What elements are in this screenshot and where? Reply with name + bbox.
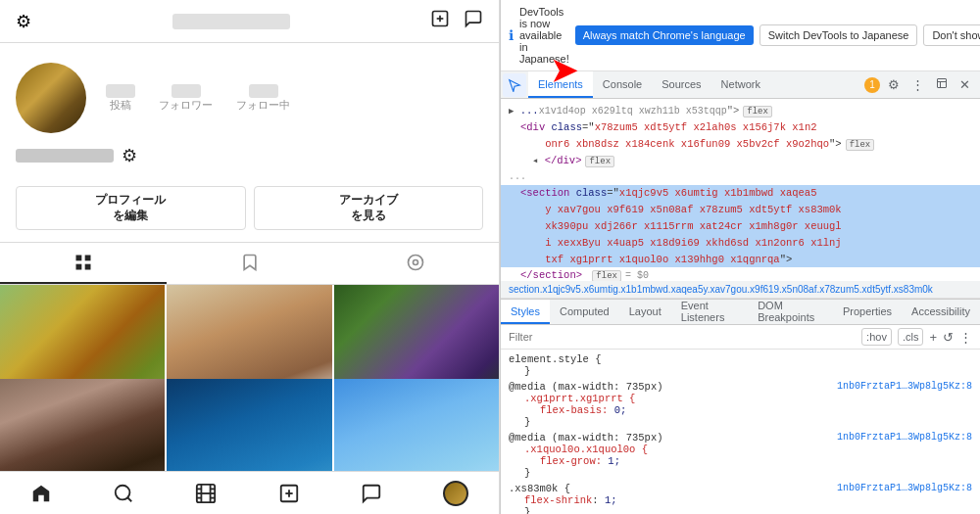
nav-add[interactable] [278, 483, 300, 504]
ig-display-name [16, 149, 114, 163]
filter-pseudo-button[interactable]: :hov [861, 328, 892, 346]
ig-topbar: ⚙ [0, 0, 499, 43]
styles-tab-dom-breakpoints[interactable]: DOM Breakpoints [748, 300, 833, 324]
tab-sources[interactable]: Sources [652, 71, 710, 98]
warning-badge: 1 [864, 77, 880, 93]
add-post-icon[interactable] [430, 9, 450, 33]
tab-tagged[interactable] [332, 243, 499, 284]
rule-xs83m0k: .xs83m0k { 1nb0FrztaP1…3Wp8lg5Kz:8 flex-… [501, 481, 980, 514]
breadcrumb[interactable]: section.x1qjc9v5.x6umtig.x1b1mbwd.xaqea5… [501, 281, 980, 299]
rule-element-style: element.style { } [501, 351, 980, 379]
filter-cls-button[interactable]: .cls [898, 328, 924, 346]
refresh-button[interactable]: ↺ [943, 330, 954, 345]
html-tree: ▶ ...x1v1d4op x629ltq xwzh11b x53tqqp">f… [501, 99, 980, 281]
svg-point-11 [409, 256, 423, 270]
ig-profile: 投稿 フォロワー フォロー中 [0, 43, 499, 145]
svg-rect-9 [84, 264, 90, 270]
devtools-tab-icons: 1 ⚙ ⋮ ✕ [864, 75, 980, 94]
messages-icon[interactable] [464, 9, 483, 33]
styles-content: element.style { } @media (max-width: 735… [501, 350, 980, 514]
avatar [16, 63, 86, 133]
svg-line-13 [127, 497, 131, 501]
html-line-3: ◂ </div>flex [501, 153, 980, 169]
notification-text: DevTools is now available in Japanese! [519, 6, 569, 65]
grid-item-5[interactable] [167, 379, 331, 471]
rule-media-selector-1: @media (max-width: 735px) 1nb0FrztaP1…3W… [509, 381, 972, 393]
svg-point-12 [116, 485, 130, 499]
tab-grid[interactable] [0, 243, 167, 284]
svg-rect-25 [938, 79, 947, 88]
rule-close-2: } [509, 467, 972, 479]
html-line-section[interactable]: <section class="x1qjc9v5 x6umtig x1b1mbw… [501, 185, 980, 267]
posts-label: 投稿 [110, 98, 131, 113]
rule-subselector-2: .x1quol0o.x1quol0o { [509, 444, 972, 455]
html-line-2: <div class="x78zum5 xdt5ytf x2lah0s x156… [501, 119, 980, 153]
styles-tabs: Styles Computed Layout Event Listeners D… [501, 300, 980, 325]
styles-tab-event-listeners[interactable]: Event Listeners [671, 300, 748, 324]
settings-icon[interactable]: ⚙ [16, 11, 31, 32]
ig-stats: 投稿 フォロワー フォロー中 [106, 84, 483, 113]
nav-search[interactable] [113, 483, 134, 504]
styles-filter-row: :hov .cls + ↺ ⋮ [501, 325, 980, 350]
ig-action-buttons: プロフィール を編集 アーカイブ を見る [0, 178, 499, 238]
grid-item-6[interactable] [334, 379, 499, 471]
nav-messages[interactable] [361, 483, 382, 504]
vertical-dots-icon[interactable]: ⋮ [907, 75, 928, 94]
svg-rect-7 [84, 256, 90, 261]
tab-saved[interactable] [167, 243, 333, 284]
rule-selector-element: element.style { [509, 353, 972, 365]
devtools-panel: ℹ DevTools is now available in Japanese!… [500, 0, 980, 514]
edit-profile-button[interactable]: プロフィール を編集 [16, 186, 246, 230]
ig-profile-info: ⚙ [0, 145, 499, 178]
nav-profile[interactable] [443, 481, 468, 506]
more-options-button[interactable]: ⋮ [959, 330, 972, 345]
ig-stat-posts: 投稿 [106, 84, 135, 113]
rule-source-1: 1nb0FrztaP1…3Wp8lg5Kz:8 [837, 381, 972, 392]
followers-count [172, 84, 201, 98]
grid-item-4[interactable] [0, 379, 165, 471]
info-icon: ℹ [509, 27, 514, 43]
ig-name-row: ⚙ [16, 145, 483, 166]
rule-close-1: } [509, 416, 972, 428]
styles-tab-properties[interactable]: Properties [833, 300, 902, 324]
nav-reels[interactable] [195, 483, 217, 504]
svg-rect-6 [75, 256, 81, 261]
close-devtools-button[interactable]: ✕ [956, 75, 974, 94]
ig-username-blur [172, 14, 290, 29]
rule-close-element: } [509, 365, 972, 377]
ig-topbar-icons [430, 9, 483, 33]
dt-notification-bar: ℹ DevTools is now available in Japanese!… [501, 0, 980, 71]
settings-icon[interactable]: ⚙ [884, 75, 904, 94]
ig-stat-followers: フォロワー [159, 84, 213, 113]
svg-point-10 [414, 260, 418, 265]
devtools-tabs: Elements Console Sources Network 1 ⚙ ⋮ ✕ [501, 71, 980, 99]
ig-gear-icon[interactable]: ⚙ [122, 145, 137, 166]
archive-button[interactable]: アーカイブ を見る [254, 186, 484, 230]
styles-tab-styles[interactable]: Styles [501, 300, 550, 324]
add-rule-button[interactable]: + [929, 330, 937, 345]
styles-filter-input[interactable] [509, 331, 856, 343]
dock-icon[interactable] [932, 75, 952, 94]
rule-source-3: 1nb0FrztaP1…3Wp8lg5Kz:8 [837, 483, 972, 493]
posts-count [106, 84, 135, 98]
styles-tab-accessibility[interactable]: Accessibility [902, 300, 980, 324]
tab-console[interactable]: Console [593, 71, 652, 98]
following-label: フォロー中 [236, 98, 290, 113]
html-line-section-close: </section> flex= $0 [501, 267, 980, 281]
tab-network[interactable]: Network [711, 71, 770, 98]
rule-media-1: @media (max-width: 735px) 1nb0FrztaP1…3W… [501, 379, 980, 430]
dont-show-button[interactable]: Don't show again [923, 24, 980, 46]
switch-japanese-button[interactable]: Switch DevTools to Japanese [760, 24, 918, 46]
rule-media-selector-2: @media (max-width: 735px) 1nb0FrztaP1…3W… [509, 432, 972, 444]
styles-tab-computed[interactable]: Computed [550, 300, 619, 324]
svg-rect-8 [75, 264, 81, 270]
followers-label: フォロワー [159, 98, 213, 113]
styles-panel: Styles Computed Layout Event Listeners D… [501, 299, 980, 514]
nav-home[interactable] [30, 483, 52, 504]
match-language-button[interactable]: Always match Chrome's language [575, 25, 754, 45]
styles-tab-layout[interactable]: Layout [619, 300, 671, 324]
tab-elements[interactable]: Elements [528, 71, 593, 98]
html-panel: ▶ ...x1v1d4op x629ltq xwzh11b x53tqqp">f… [501, 99, 980, 299]
rule-selector-xs83m0k: .xs83m0k { 1nb0FrztaP1…3Wp8lg5Kz:8 [509, 483, 972, 494]
inspector-button[interactable] [503, 73, 526, 97]
